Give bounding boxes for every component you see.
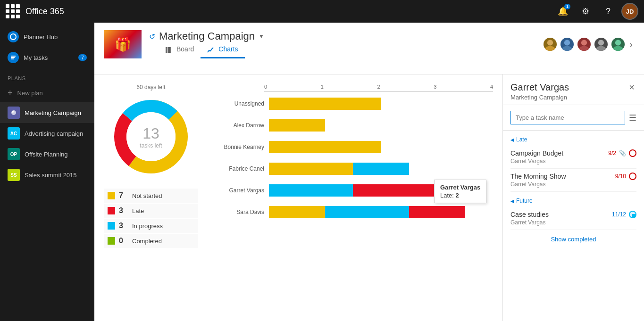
- offsite-planning-icon: OP: [8, 148, 20, 160]
- waffle-icon[interactable]: [6, 4, 20, 18]
- bar-track-alex: [269, 119, 493, 132]
- content-area: 🎁 ↺ Marketing Campaign ▼: [94, 23, 644, 321]
- donut-number: 13: [140, 125, 162, 142]
- task-name-campaign-budget: Campaign Budget: [510, 149, 608, 157]
- sidebar-item-marketing-campaign[interactable]: Marketing Campaign: [0, 102, 94, 123]
- svg-point-18: [613, 46, 623, 52]
- dropdown-arrow-icon[interactable]: ▼: [259, 33, 264, 40]
- offsite-planning-label: Offsite Planning: [25, 151, 68, 158]
- task-item-left: The Morning Show Garret Vargas: [510, 173, 615, 188]
- axis-1: 1: [321, 84, 324, 90]
- bar-label-garret: Garret Vargas: [217, 187, 264, 194]
- right-panel-header: Garret Vargas Marketing Campaign ×: [503, 74, 644, 105]
- sidebar-item-advertising-campaign[interactable]: AC Advertising campaign: [0, 123, 94, 144]
- legend-not-started: 7 Not started: [104, 189, 198, 203]
- list-view-icon[interactable]: ☰: [629, 113, 636, 123]
- section-label-late: Late: [516, 136, 527, 143]
- legend-count-late: 3: [119, 206, 128, 215]
- app-title: Office 365: [25, 7, 548, 16]
- marketing-campaign-icon: [8, 107, 20, 119]
- sidebar-item-planner-hub[interactable]: Planner Hub: [0, 26, 94, 47]
- sidebar-item-sales-summit[interactable]: SS Sales summit 2015: [0, 165, 94, 185]
- project-title: Marketing Campaign: [159, 30, 255, 42]
- section-heading-late: ◀ Late: [510, 131, 636, 146]
- task-circle-case-studies: [629, 211, 636, 218]
- my-tasks-badge: 7: [78, 54, 87, 61]
- notification-button[interactable]: 🔔 1: [553, 0, 572, 23]
- task-case-studies[interactable]: Case studies Garret Vargas 11/12: [510, 207, 636, 230]
- header-avatar-5[interactable]: [611, 37, 626, 52]
- bar-row-unassigned: Unassigned: [217, 98, 493, 110]
- legend-late: 3 Late: [104, 204, 198, 218]
- section-arrow-late: ◀: [510, 137, 514, 142]
- project-title-row: 🎁 ↺ Marketing Campaign ▼: [104, 30, 264, 58]
- plans-section-label: Plans: [0, 68, 94, 84]
- right-panel-project-name: Marketing Campaign: [510, 94, 569, 101]
- user-avatar[interactable]: JD: [621, 3, 638, 20]
- section-heading-future: ◀ Future: [510, 192, 636, 207]
- sidebar-item-offsite-planning[interactable]: OP Offsite Planning: [0, 144, 94, 165]
- donut-chart: 13 tasks left: [109, 94, 193, 179]
- project-title-section: ↺ Marketing Campaign ▼: [149, 30, 264, 58]
- bar-track-bonnie: [269, 141, 493, 153]
- bar-seg-blue: [269, 184, 353, 197]
- attachment-icon: 📎: [619, 150, 626, 156]
- task-morning-show[interactable]: The Morning Show Garret Vargas 9/10: [510, 169, 636, 192]
- legend-text-in-progress: In progress: [132, 222, 163, 230]
- bar-segment-yellow: [269, 141, 381, 153]
- header-avatar-3[interactable]: [577, 37, 592, 52]
- show-completed-button[interactable]: Show completed: [510, 230, 636, 248]
- help-button[interactable]: ?: [599, 0, 618, 23]
- section-arrow-future: ◀: [510, 198, 514, 204]
- sidebar: Planner Hub My tasks 7 Plans + New plan …: [0, 23, 94, 321]
- svg-point-5: [12, 111, 14, 113]
- donut-chart-section: 60 days left 13: [104, 84, 198, 312]
- charts-main: 60 days left 13: [94, 74, 502, 321]
- project-banner-img: 🎁: [104, 30, 142, 58]
- bar-row-fabrice: Fabrice Canel: [217, 163, 493, 175]
- right-panel-person-name: Garret Vargas: [510, 82, 569, 93]
- svg-rect-7: [168, 47, 170, 53]
- task-campaign-budget[interactable]: Campaign Budget Garret Vargas 9/2 📎: [510, 146, 636, 169]
- donut-label: tasks left: [140, 142, 162, 149]
- tab-board[interactable]: Board: [159, 41, 201, 58]
- bar-chart-body: Unassigned Alex Darrow: [217, 98, 493, 218]
- legend-count-not-started: 7: [119, 191, 128, 200]
- axis-3: 3: [434, 84, 436, 90]
- sidebar-item-my-tasks[interactable]: My tasks 7: [0, 47, 94, 68]
- bar-chart-axis: 0 1 2 3 4: [217, 84, 493, 91]
- right-panel: Garret Vargas Marketing Campaign × ☰ ◀ L…: [502, 74, 644, 321]
- board-icon: [165, 45, 174, 53]
- bar-track-sara: [269, 206, 493, 218]
- new-plan-button[interactable]: + New plan: [0, 84, 94, 102]
- tabs-row: Board Charts: [149, 41, 264, 58]
- days-left-label: 60 days left: [104, 84, 198, 91]
- planner-hub-label: Planner Hub: [24, 33, 58, 41]
- task-name-input[interactable]: [510, 111, 625, 124]
- svg-point-12: [562, 46, 572, 52]
- header-avatar-2[interactable]: [560, 37, 575, 52]
- tab-charts[interactable]: Charts: [201, 41, 244, 58]
- planner-hub-icon: [8, 31, 19, 42]
- task-right-campaign-budget: 9/2 📎: [608, 149, 636, 157]
- legend-color-completed: [108, 237, 115, 245]
- header-avatar-1[interactable]: [543, 37, 558, 52]
- header-avatars-more[interactable]: ›: [627, 39, 635, 50]
- project-header-top: 🎁 ↺ Marketing Campaign ▼: [94, 23, 644, 62]
- header-avatar-4[interactable]: [594, 37, 609, 52]
- tab-charts-label: Charts: [218, 45, 238, 53]
- task-right-morning-show: 9/10: [615, 173, 636, 180]
- svg-rect-1: [11, 56, 16, 57]
- charts-area: 60 days left 13: [94, 74, 644, 321]
- section-label-future: Future: [516, 198, 533, 204]
- legend-count-in-progress: 3: [119, 222, 128, 230]
- legend-text-late: Late: [132, 207, 144, 214]
- charts-icon: [207, 45, 216, 53]
- svg-rect-6: [166, 47, 167, 53]
- settings-button[interactable]: ⚙: [576, 0, 595, 23]
- task-circle-morning-show: [629, 173, 636, 180]
- svg-point-17: [615, 40, 621, 45]
- task-circle-campaign-budget: [629, 149, 636, 157]
- legend-completed: 0 Completed: [104, 234, 198, 248]
- close-button[interactable]: ×: [627, 82, 636, 93]
